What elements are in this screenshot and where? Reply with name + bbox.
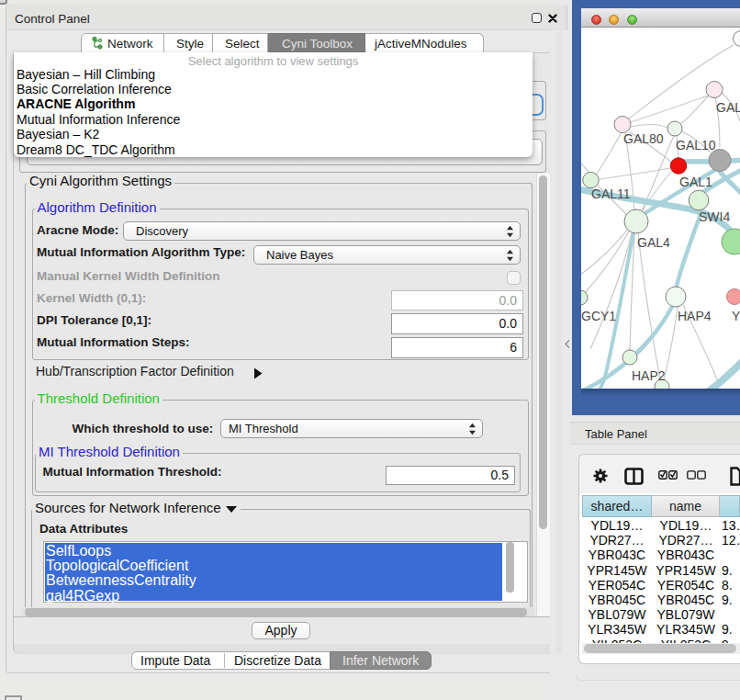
svg-text:Y: Y [732, 309, 740, 323]
svg-text:SWI4: SWI4 [699, 209, 730, 224]
svg-text:GAL10: GAL10 [676, 138, 716, 152]
svg-text:GAL2: GAL2 [716, 100, 740, 115]
svg-text:GAL80: GAL80 [623, 131, 664, 146]
svg-text:HAP4: HAP4 [678, 309, 712, 323]
svg-text:HAP2: HAP2 [632, 368, 666, 383]
svg-text:GAL11: GAL11 [591, 186, 631, 201]
svg-text:GCY1: GCY1 [581, 309, 616, 323]
svg-text:GAL4: GAL4 [637, 235, 670, 250]
svg-text:GAL1: GAL1 [679, 175, 712, 189]
